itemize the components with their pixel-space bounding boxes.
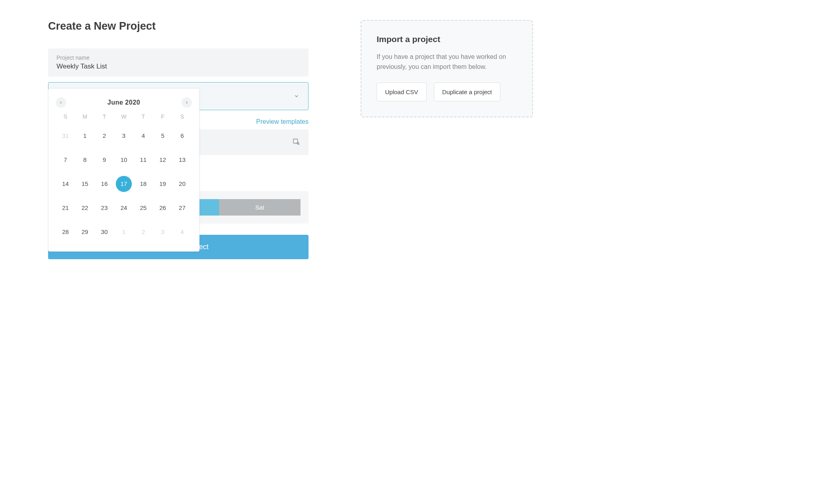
calendar-day[interactable]: 27 xyxy=(174,200,190,216)
calendar-day[interactable]: 21 xyxy=(57,200,73,216)
calendar-day[interactable]: 9 xyxy=(96,152,112,168)
calendar-day[interactable]: 29 xyxy=(77,224,93,240)
calendar-day[interactable]: 10 xyxy=(116,152,132,168)
calendar-day[interactable]: 22 xyxy=(77,200,93,216)
browse-icon xyxy=(292,138,300,147)
calendar-day[interactable]: 26 xyxy=(155,200,171,216)
calendar-next-button[interactable] xyxy=(182,97,192,108)
upload-csv-button[interactable]: Upload CSV xyxy=(377,83,427,101)
calendar-day[interactable]: 25 xyxy=(135,200,151,216)
calendar-day[interactable]: 17 xyxy=(116,176,132,192)
date-picker-popover: June 2020 SMTWTFS31123456789101112131415… xyxy=(48,88,200,252)
import-description: If you have a project that you have work… xyxy=(377,52,517,72)
create-project-form: Create a New Project Project name Start … xyxy=(48,20,309,259)
calendar-title: June 2020 xyxy=(107,99,140,106)
calendar-dow: W xyxy=(114,113,134,120)
svg-line-2 xyxy=(299,144,299,145)
calendar-day[interactable]: 11 xyxy=(135,152,151,168)
calendar-day[interactable]: 8 xyxy=(77,152,93,168)
calendar-dow: T xyxy=(95,113,114,120)
calendar-dow: S xyxy=(172,113,192,120)
calendar-day[interactable]: 4 xyxy=(135,128,151,144)
import-project-panel: Import a project If you have a project t… xyxy=(361,20,533,117)
duplicate-project-button[interactable]: Duplicate a project xyxy=(434,83,500,101)
project-name-field[interactable]: Project name xyxy=(48,48,309,77)
calendar-day[interactable]: 16 xyxy=(96,176,112,192)
day-pill-sat[interactable]: Sat xyxy=(219,199,301,216)
calendar-dow: F xyxy=(153,113,173,120)
calendar-dow: M xyxy=(75,113,95,120)
calendar-day[interactable]: 12 xyxy=(155,152,171,168)
calendar-day[interactable]: 2 xyxy=(135,224,151,240)
calendar-day[interactable]: 24 xyxy=(116,200,132,216)
calendar-day[interactable]: 15 xyxy=(77,176,93,192)
calendar-day[interactable]: 20 xyxy=(174,176,190,192)
calendar-prev-button[interactable] xyxy=(56,97,66,108)
calendar-day[interactable]: 1 xyxy=(77,128,93,144)
calendar-day[interactable]: 7 xyxy=(57,152,73,168)
calendar-day[interactable]: 30 xyxy=(96,224,112,240)
calendar-dow: T xyxy=(133,113,153,120)
calendar-day[interactable]: 5 xyxy=(155,128,171,144)
calendar-day[interactable]: 23 xyxy=(96,200,112,216)
calendar-day[interactable]: 28 xyxy=(57,224,73,240)
svg-point-1 xyxy=(297,142,299,144)
project-name-input[interactable] xyxy=(56,62,300,71)
import-title: Import a project xyxy=(377,34,517,44)
calendar-day[interactable]: 6 xyxy=(174,128,190,144)
calendar-day[interactable]: 2 xyxy=(96,128,112,144)
calendar-day[interactable]: 1 xyxy=(116,224,132,240)
chevron-down-icon xyxy=(294,93,299,99)
calendar-day[interactable]: 3 xyxy=(116,128,132,144)
calendar-day[interactable]: 3 xyxy=(155,224,171,240)
calendar-day[interactable]: 19 xyxy=(155,176,171,192)
calendar-dow: S xyxy=(56,113,75,120)
calendar-day[interactable]: 4 xyxy=(174,224,190,240)
calendar-day[interactable]: 14 xyxy=(57,176,73,192)
calendar-day[interactable]: 13 xyxy=(174,152,190,168)
calendar-day[interactable]: 18 xyxy=(135,176,151,192)
page-title: Create a New Project xyxy=(48,20,309,32)
preview-templates-link[interactable]: Preview templates xyxy=(256,118,309,125)
project-name-label: Project name xyxy=(56,54,300,61)
calendar-day[interactable]: 31 xyxy=(57,128,73,144)
